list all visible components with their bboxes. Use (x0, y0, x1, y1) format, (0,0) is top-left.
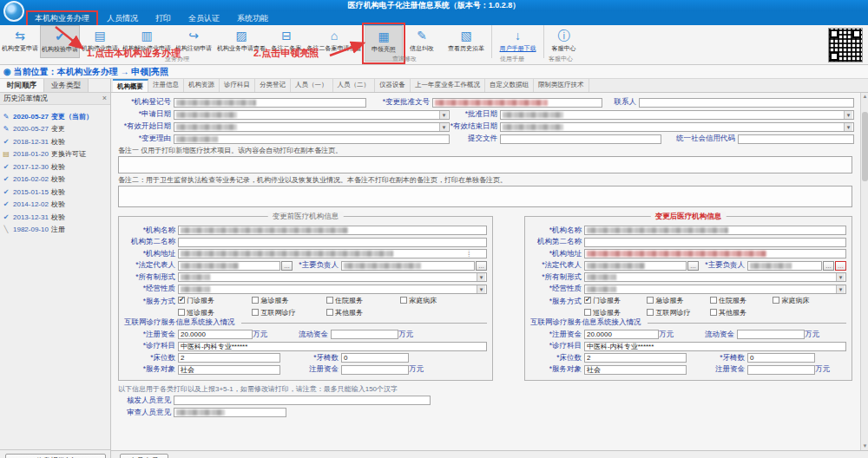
principal-input[interactable] (341, 261, 475, 271)
history-tree-item[interactable]: ▤2018-01-20更换许可证 (2, 148, 108, 161)
checkbox-icon[interactable] (647, 297, 654, 304)
beds-input[interactable]: 2 (178, 353, 280, 363)
org-second-name-input[interactable] (178, 238, 487, 247)
ownership-combo[interactable] (178, 272, 487, 282)
history-tree-item[interactable]: ✔2018-12-31校验 (2, 135, 108, 148)
approve-date-combo[interactable] (500, 110, 854, 120)
history-tree-item[interactable]: ✎2020-05-27变更 (2, 123, 108, 136)
history-tree-item[interactable]: ✔2014-12-02校验 (2, 199, 108, 212)
checkbox-icon[interactable] (252, 309, 259, 316)
history-tree-item[interactable]: ✔2016-02-02校验 (2, 173, 108, 186)
main-tab[interactable]: 限制类医疗技术 (534, 79, 589, 92)
legal-rep-input[interactable] (584, 261, 687, 271)
clinical-subjects-input[interactable]: 中医科-内科专业****** (178, 342, 487, 351)
ownership-combo[interactable] (584, 272, 846, 282)
checkbox-icon[interactable] (252, 297, 259, 304)
main-tab[interactable]: 上一年度业务工作概况 (411, 79, 485, 92)
service-option[interactable]: 巡诊服务 (178, 308, 252, 317)
checkbox-icon[interactable] (326, 297, 333, 304)
org-name-input[interactable] (584, 226, 846, 235)
valid-start-combo[interactable] (174, 122, 450, 132)
checkbox-icon[interactable] (584, 297, 591, 304)
checkbox-icon[interactable] (773, 297, 779, 304)
report-approve-button[interactable]: 信息报批(2) (5, 454, 106, 458)
main-tab[interactable]: 机构资源 (184, 79, 220, 92)
change-reason-input[interactable] (174, 134, 450, 144)
browse-button[interactable]: … (823, 261, 834, 271)
toolbar-item[interactable]: ⓘ客服中心 (543, 25, 583, 58)
reg-capital-input[interactable]: 20.0000 (584, 330, 659, 339)
browse-button[interactable]: … (476, 261, 487, 271)
service-option[interactable]: 互联网诊疗 (252, 308, 326, 317)
service-option[interactable]: 家庭病床 (400, 296, 474, 305)
contact-input[interactable] (639, 98, 854, 108)
column-splitter[interactable]: ⁞⁞ (468, 251, 472, 303)
service-option[interactable]: 门诊服务 (584, 296, 647, 305)
org-second-name-input[interactable] (584, 238, 846, 247)
personnel-list-button[interactable]: 人员名录 (120, 454, 168, 458)
working-capital-input[interactable] (331, 330, 398, 339)
main-tab[interactable]: 机构概要 (113, 79, 148, 92)
service-option[interactable]: 急诊服务 (252, 296, 326, 305)
working-capital-input[interactable] (737, 330, 805, 339)
history-tree-item[interactable]: ✔2013-12-31校验 (2, 211, 108, 224)
toolbar-item[interactable]: ▧查看历史沿革 (441, 25, 491, 58)
checkbox-icon[interactable] (584, 309, 591, 316)
legal-rep-input[interactable] (178, 261, 280, 271)
org-address-input[interactable] (178, 249, 487, 258)
scroll-up-icon[interactable]: ▲ (861, 93, 868, 101)
service-option[interactable]: 其他服务 (710, 308, 773, 317)
checkbox-icon[interactable] (326, 309, 333, 316)
history-tree-item[interactable]: ✔2017-12-30校验 (2, 160, 108, 173)
valid-end-combo[interactable] (500, 122, 854, 132)
approval-no-input[interactable] (432, 98, 602, 108)
reg-no-input[interactable] (174, 98, 366, 108)
checkbox-icon[interactable] (178, 297, 185, 304)
toolbar-item[interactable]: ✎信息纠改 (403, 25, 441, 58)
clinical-subjects-input[interactable]: 中医科-内科专业****** (584, 342, 846, 351)
issue-opinion-input[interactable] (174, 396, 431, 405)
scroll-down-icon[interactable]: ▼ (861, 442, 868, 450)
history-tree-item[interactable]: ✔2015-01-15校验 (2, 186, 108, 199)
operation-nature-combo[interactable] (178, 285, 487, 294)
dental-chairs-input[interactable]: 0 (341, 353, 409, 363)
org-address-input[interactable] (584, 249, 846, 258)
history-tree-item[interactable]: ╲1982-09-10注册 (2, 224, 108, 237)
main-tab[interactable]: 人员（二） (333, 79, 376, 92)
reg-capital2-input[interactable] (747, 365, 815, 375)
apply-date-combo[interactable] (174, 110, 450, 120)
service-option[interactable]: 住院服务 (326, 296, 400, 305)
service-target-input[interactable]: 社会 (584, 365, 687, 375)
main-tab[interactable]: 仪器设备 (375, 79, 411, 92)
operation-nature-combo[interactable] (584, 285, 846, 294)
browse-button[interactable]: … (687, 261, 699, 271)
vertical-scrollbar[interactable]: ▲ ▼ (860, 93, 868, 450)
service-option[interactable]: 家庭病床 (773, 296, 835, 305)
note1-textarea[interactable] (118, 156, 852, 173)
service-option[interactable]: 门诊服务 (178, 296, 252, 305)
org-name-input[interactable] (178, 226, 487, 235)
service-option[interactable]: 互联网诊疗 (647, 308, 709, 317)
service-option[interactable]: 住院服务 (710, 296, 773, 305)
dental-chairs-input[interactable]: 0 (747, 353, 815, 363)
service-option[interactable]: 急诊服务 (647, 296, 709, 305)
checkbox-icon[interactable] (710, 309, 717, 316)
menu-item[interactable]: 系统功能 (230, 12, 275, 25)
credit-code-input[interactable] (738, 134, 854, 144)
review-opinion-input[interactable] (174, 408, 286, 417)
close-icon[interactable]: × (102, 94, 107, 103)
toolbar-item[interactable]: ⇆机构变更申请 (0, 25, 40, 58)
main-tab[interactable]: 分类登记 (255, 79, 291, 92)
main-tab[interactable]: 诊疗科目 (220, 79, 255, 92)
service-option[interactable]: 其他服务 (326, 308, 400, 317)
service-option[interactable]: 巡诊服务 (584, 308, 647, 317)
toolbar-item[interactable]: ✔机构校验申请 (40, 25, 80, 58)
scrollbar-thumb[interactable] (862, 112, 868, 181)
menu-item[interactable]: 本机构业务办理 (28, 12, 96, 25)
principal-input[interactable] (747, 261, 822, 271)
note2-textarea[interactable] (118, 186, 852, 207)
menu-item[interactable]: 全员认证 (181, 12, 227, 25)
menu-item[interactable]: 人员情况 (100, 12, 145, 25)
toolbar-item[interactable]: ↓用户手册下载 (491, 25, 543, 58)
reg-capital2-input[interactable] (341, 365, 409, 375)
